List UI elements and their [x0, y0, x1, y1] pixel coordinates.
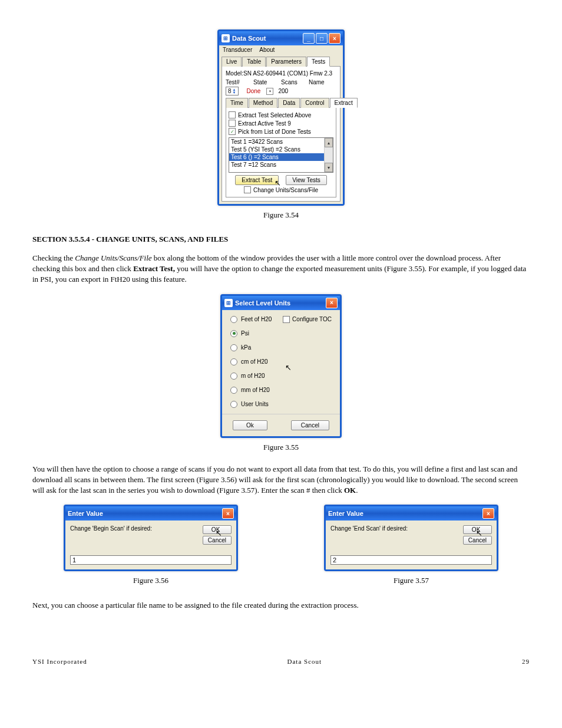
scans-value: 200	[278, 88, 288, 94]
titlebar[interactable]: ⊞ Select Level Units ×	[222, 296, 340, 310]
chk-pick-list[interactable]: ✓	[229, 128, 236, 135]
footer-left: YSI Incorporated	[32, 658, 87, 665]
radio-m[interactable]	[230, 373, 237, 380]
tab-method[interactable]: Method	[249, 98, 277, 108]
cursor-icon: ↖	[275, 179, 281, 187]
tab-time[interactable]: Time	[226, 98, 248, 108]
cursor-icon: ↖	[216, 529, 222, 538]
chk-change-units[interactable]	[244, 186, 251, 193]
list-item: Test 1 =3422 Scans	[229, 138, 333, 146]
section-heading: SECTION 3.5.5.4 - CHANGE UNITS, SCANS, A…	[32, 235, 530, 244]
radio-feet[interactable]	[230, 316, 237, 323]
sub-tabs: Time Method Data Control Extract	[226, 98, 336, 108]
header-row: Test# State Scans Name	[226, 79, 336, 85]
enter-value-end-window: Enter Value × Change 'End Scan' if desir…	[324, 505, 498, 571]
close-icon[interactable]: ×	[329, 33, 340, 44]
close-icon[interactable]: ×	[222, 508, 234, 519]
tab-table[interactable]: Table	[242, 57, 266, 67]
prompt-text: Change 'Begin Scan' if desired:	[70, 525, 152, 532]
tab-control[interactable]: Control	[300, 98, 329, 108]
list-item: Test 7 =12 Scans	[229, 161, 333, 169]
data-scout-window: ⊞ Data Scout _ □ × Transducer About Live…	[217, 29, 345, 206]
enter-value-begin-window: Enter Value × Change 'Begin Scan' if des…	[64, 505, 238, 571]
radio-cm[interactable]	[230, 358, 237, 365]
maximize-icon[interactable]: □	[316, 33, 328, 44]
cursor-icon: ↖	[285, 363, 292, 372]
value-input[interactable]	[70, 555, 232, 565]
chk-configure-toc[interactable]	[283, 316, 290, 323]
view-tests-button[interactable]: View Tests	[286, 175, 326, 185]
close-icon[interactable]: ×	[326, 298, 338, 308]
cancel-button[interactable]: Cancel	[291, 420, 329, 430]
menu-transducer[interactable]: Transducer	[223, 47, 252, 53]
tab-data[interactable]: Data	[278, 98, 300, 108]
body-paragraph: Checking the Change Units/Scans/File box…	[32, 253, 530, 285]
minimize-icon[interactable]: _	[303, 33, 315, 44]
tests-listbox[interactable]: Test 1 =3422 Scans Test 5 (YSI Test) =2 …	[229, 137, 333, 173]
figure-caption: Figure 3.56	[32, 576, 269, 585]
radio-mm[interactable]	[230, 387, 237, 394]
page-footer: YSI Incorporated Data Scout 29	[32, 658, 530, 665]
chk-extract-selected[interactable]	[229, 111, 236, 118]
list-item: Test 6 () =2 Scans	[229, 153, 333, 161]
window-title: Enter Value	[68, 510, 221, 517]
tab-live[interactable]: Live	[222, 57, 242, 67]
value-input[interactable]	[330, 555, 492, 565]
app-icon: ⊞	[224, 299, 233, 307]
extract-test-button[interactable]: Extract Test	[235, 175, 279, 185]
radio-user[interactable]	[230, 401, 237, 408]
titlebar[interactable]: Enter Value ×	[326, 506, 497, 521]
scrollbar[interactable]: ▴▾	[324, 138, 333, 172]
list-item: Test 5 (YSI Test) =2 Scans	[229, 146, 333, 153]
prompt-text: Change 'End Scan' if desired:	[330, 525, 408, 532]
titlebar[interactable]: Enter Value ×	[65, 506, 236, 521]
figure-caption: Figure 3.55	[32, 443, 530, 452]
test-num-spinner[interactable]: 8▲▼	[226, 87, 239, 95]
body-paragraph: You will then have the option to choose …	[32, 464, 530, 496]
close-icon[interactable]: ×	[482, 508, 494, 519]
model-line: Model:SN AS2-609441 (COM1) Fmw 2.3	[226, 70, 336, 77]
state-value: Done	[247, 88, 261, 94]
tab-parameters[interactable]: Parameters	[266, 57, 306, 67]
main-tabs: Live Table Parameters Tests	[222, 57, 340, 67]
figure-caption: Figure 3.57	[293, 576, 530, 585]
window-title: Enter Value	[328, 510, 481, 517]
figure-caption: Figure 3.54	[32, 210, 530, 220]
body-paragraph: Next, you can choose a particular file n…	[32, 600, 530, 611]
tab-tests[interactable]: Tests	[307, 57, 330, 67]
chk-extract-active[interactable]	[229, 120, 236, 127]
app-icon: ⊞	[222, 34, 230, 42]
titlebar[interactable]: ⊞ Data Scout _ □ ×	[219, 31, 343, 45]
footer-right: 29	[522, 658, 530, 665]
unit-radio-group: Feet of H20 Configure TOC Psi kPa cm of …	[222, 310, 340, 414]
prompt-row: Change 'End Scan' if desired: OK Cancel …	[330, 525, 492, 545]
ok-button[interactable]: Ok	[233, 420, 267, 430]
menubar: Transducer About	[219, 45, 343, 54]
select-level-units-window: ⊞ Select Level Units × Feet of H20 Confi…	[220, 294, 342, 438]
cursor-icon: ↖	[476, 529, 482, 538]
menu-about[interactable]: About	[259, 47, 275, 53]
radio-psi[interactable]	[230, 330, 237, 337]
clear-icon[interactable]: ×	[266, 88, 273, 95]
window-title: Select Level Units	[235, 299, 325, 307]
tab-extract[interactable]: Extract	[330, 98, 358, 108]
footer-center: Data Scout	[287, 658, 322, 665]
prompt-row: Change 'Begin Scan' if desired: OK Cance…	[70, 525, 232, 545]
window-title: Data Scout	[232, 35, 302, 42]
radio-kpa[interactable]	[230, 344, 237, 351]
